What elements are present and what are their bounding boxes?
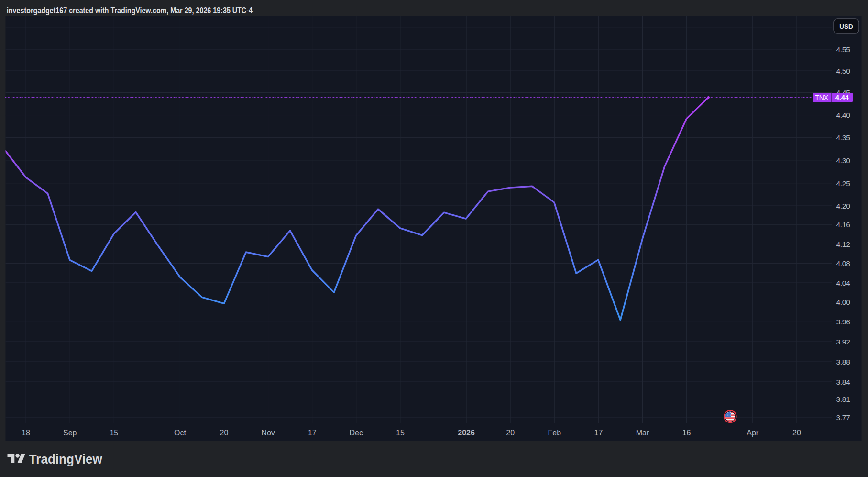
svg-text:4.16: 4.16 [836,221,850,229]
svg-text:3.88: 3.88 [836,358,850,366]
svg-text:Sep: Sep [63,429,77,437]
svg-text:4.35: 4.35 [836,133,850,142]
svg-text:Oct: Oct [174,429,186,437]
svg-text:3.81: 3.81 [836,395,850,403]
svg-text:4.00: 4.00 [836,298,851,306]
svg-text:20: 20 [792,429,801,437]
svg-text:4.50: 4.50 [836,67,851,75]
svg-text:4.20: 4.20 [836,202,851,210]
svg-text:4.30: 4.30 [836,156,851,165]
svg-text:4.25: 4.25 [836,179,850,188]
svg-text:Nov: Nov [261,429,275,437]
svg-text:3.96: 3.96 [836,318,850,326]
svg-text:4.04: 4.04 [836,279,851,287]
svg-text:4.40: 4.40 [836,111,851,119]
svg-text:investorgadget167 created with: investorgadget167 created with TradingVi… [7,5,253,15]
svg-text:TradingView: TradingView [29,452,103,466]
svg-text:4.44: 4.44 [835,94,849,101]
svg-text:15: 15 [396,429,405,437]
svg-text:Dec: Dec [350,429,363,437]
svg-text:3.77: 3.77 [836,413,850,422]
svg-text:3.92: 3.92 [836,338,850,346]
svg-text:17: 17 [308,429,317,437]
svg-text:17: 17 [594,429,603,437]
svg-text:4.55: 4.55 [836,45,850,54]
svg-text:15: 15 [110,429,118,437]
svg-text:Apr: Apr [747,429,759,437]
svg-text:4.08: 4.08 [836,259,850,267]
svg-text:Mar: Mar [636,429,649,437]
svg-text:4.12: 4.12 [836,240,850,248]
svg-text:2026: 2026 [458,429,475,437]
svg-text:Feb: Feb [548,429,561,437]
svg-text:20: 20 [220,429,229,437]
svg-text:TNX: TNX [815,94,828,101]
svg-text:18: 18 [22,429,30,437]
svg-text:3.84: 3.84 [836,378,851,386]
svg-text:20: 20 [506,429,515,437]
svg-text:USD: USD [839,23,853,30]
svg-text:16: 16 [682,429,691,437]
